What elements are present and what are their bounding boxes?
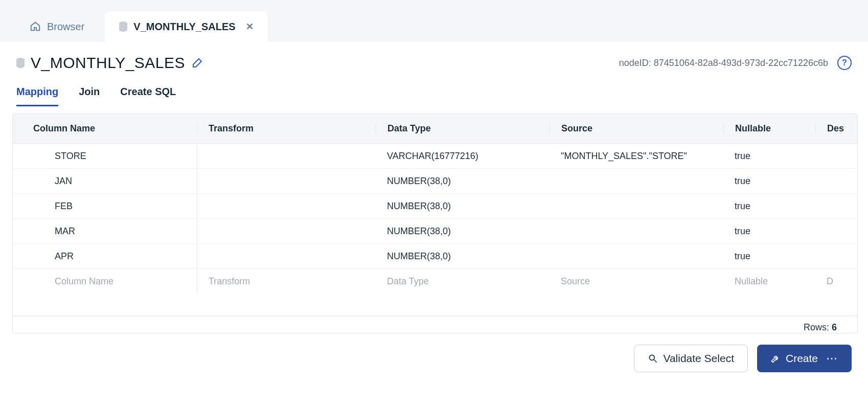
- grid-header: Column Name Transform Data Type Source N…: [13, 114, 857, 144]
- page-title: V_MONTHLY_SALES: [31, 54, 185, 72]
- col-header-column-name[interactable]: Column Name: [13, 123, 197, 134]
- table-row[interactable]: FEBNUMBER(38,0)true: [13, 194, 857, 219]
- cell-source[interactable]: [550, 169, 723, 193]
- cell-nullable[interactable]: true: [723, 194, 815, 218]
- cell-column-name[interactable]: MAR: [13, 219, 197, 243]
- cell-nullable[interactable]: true: [723, 169, 815, 193]
- cell-description[interactable]: [815, 144, 857, 168]
- new-row-placeholder[interactable]: Column NameTransformData TypeSourceNulla…: [13, 269, 857, 294]
- placeholder-transform[interactable]: Transform: [197, 269, 376, 294]
- cell-transform[interactable]: [197, 169, 376, 193]
- placeholder-column-name[interactable]: Column Name: [13, 269, 197, 294]
- cell-description[interactable]: [815, 219, 857, 243]
- validate-select-button[interactable]: Validate Select: [634, 345, 748, 372]
- col-header-data-type[interactable]: Data Type: [376, 123, 550, 134]
- wrench-icon: [770, 353, 781, 364]
- table-row[interactable]: STOREVARCHAR(16777216)"MONTHLY_SALES"."S…: [13, 144, 857, 169]
- top-tab-bar: Browser V_MONTHLY_SALES ✕: [0, 0, 868, 42]
- table-row[interactable]: APRNUMBER(38,0)true: [13, 244, 857, 269]
- grid-footer: Rows: 6: [13, 315, 857, 333]
- tab-browser[interactable]: Browser: [15, 11, 99, 42]
- cell-nullable[interactable]: true: [723, 219, 815, 243]
- home-icon: [30, 21, 41, 32]
- cell-description[interactable]: [815, 244, 857, 268]
- col-header-source[interactable]: Source: [550, 123, 723, 134]
- rows-label: Rows:: [804, 322, 829, 332]
- cell-data-type[interactable]: NUMBER(38,0): [376, 244, 550, 268]
- table-row[interactable]: JANNUMBER(38,0)true: [13, 169, 857, 194]
- cell-transform[interactable]: [197, 194, 376, 218]
- main-panel: V_MONTHLY_SALES nodeID: 87451064-82a8-49…: [0, 42, 868, 406]
- action-bar: Validate Select Create ⋯: [0, 333, 868, 384]
- more-icon[interactable]: ⋯: [823, 352, 838, 365]
- cell-description[interactable]: [815, 169, 857, 193]
- cell-transform[interactable]: [197, 244, 376, 268]
- placeholder-data-type[interactable]: Data Type: [376, 269, 550, 294]
- cell-transform[interactable]: [197, 219, 376, 243]
- tab-join[interactable]: Join: [79, 86, 100, 106]
- svg-point-0: [650, 355, 655, 360]
- validate-select-label: Validate Select: [663, 352, 734, 365]
- cell-source[interactable]: [550, 194, 723, 218]
- title-wrap: V_MONTHLY_SALES: [16, 54, 203, 72]
- create-button[interactable]: Create ⋯: [757, 345, 852, 372]
- cell-nullable[interactable]: true: [723, 244, 815, 268]
- cell-source[interactable]: [550, 244, 723, 268]
- cell-column-name[interactable]: APR: [13, 244, 197, 268]
- grid-body: STOREVARCHAR(16777216)"MONTHLY_SALES"."S…: [13, 144, 857, 315]
- tab-mapping[interactable]: Mapping: [16, 86, 58, 106]
- table-row[interactable]: MARNUMBER(38,0)true: [13, 219, 857, 244]
- cell-nullable[interactable]: true: [723, 144, 815, 168]
- placeholder-description[interactable]: D: [815, 269, 857, 294]
- create-label: Create: [786, 352, 818, 365]
- col-header-transform[interactable]: Transform: [197, 123, 376, 134]
- placeholder-source[interactable]: Source: [550, 269, 723, 294]
- tab-active[interactable]: V_MONTHLY_SALES ✕: [105, 11, 267, 42]
- cell-column-name[interactable]: JAN: [13, 169, 197, 193]
- header-right: nodeID: 87451064-82a8-493d-973d-22cc7122…: [619, 56, 852, 70]
- col-header-nullable[interactable]: Nullable: [723, 123, 815, 134]
- cell-transform[interactable]: [197, 144, 376, 168]
- cell-data-type[interactable]: NUMBER(38,0): [376, 194, 550, 218]
- svg-line-1: [654, 360, 657, 363]
- cell-column-name[interactable]: STORE: [13, 144, 197, 168]
- tab-browser-label: Browser: [47, 21, 84, 33]
- cell-source[interactable]: "MONTHLY_SALES"."STORE": [550, 144, 723, 168]
- cell-description[interactable]: [815, 194, 857, 218]
- sub-tab-bar: Mapping Join Create SQL: [0, 76, 868, 106]
- header-row: V_MONTHLY_SALES nodeID: 87451064-82a8-49…: [0, 42, 868, 76]
- grid: Column Name Transform Data Type Source N…: [12, 114, 858, 333]
- rows-count: 6: [832, 322, 837, 332]
- database-icon: [119, 21, 127, 32]
- close-icon[interactable]: ✕: [246, 21, 254, 32]
- cell-column-name[interactable]: FEB: [13, 194, 197, 218]
- database-icon: [16, 58, 25, 68]
- cell-data-type[interactable]: NUMBER(38,0): [376, 169, 550, 193]
- cell-data-type[interactable]: VARCHAR(16777216): [376, 144, 550, 168]
- col-header-description[interactable]: Des: [815, 123, 858, 134]
- search-icon: [648, 353, 658, 364]
- cell-source[interactable]: [550, 219, 723, 243]
- cell-data-type[interactable]: NUMBER(38,0): [376, 219, 550, 243]
- tab-active-label: V_MONTHLY_SALES: [133, 21, 235, 33]
- tab-create-sql[interactable]: Create SQL: [120, 86, 176, 106]
- help-icon[interactable]: ?: [837, 56, 852, 70]
- edit-icon[interactable]: [191, 57, 203, 69]
- node-id: nodeID: 87451064-82a8-493d-973d-22cc7122…: [619, 58, 828, 69]
- placeholder-nullable[interactable]: Nullable: [723, 269, 815, 294]
